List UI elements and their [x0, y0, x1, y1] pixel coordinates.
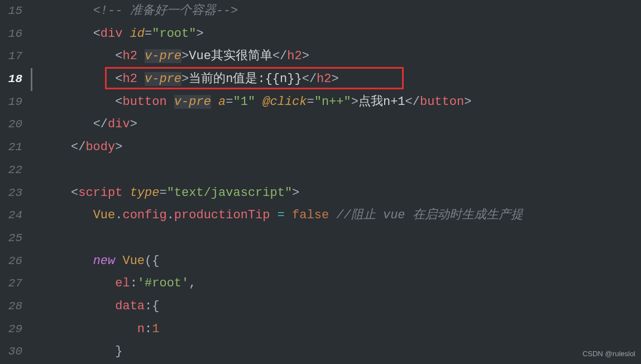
line-gutter: 15 16 17 18 19 20 21 22 23 24 25 26 27 2… — [0, 0, 31, 364]
line-number: 30 — [0, 341, 22, 363]
code-line[interactable]: <h2 v-pre>Vue其实很简单</h2> — [31, 45, 641, 68]
line-number: 26 — [0, 250, 22, 273]
line-number: 20 — [0, 113, 22, 136]
line-number: 28 — [0, 295, 22, 318]
line-number: 19 — [0, 91, 22, 114]
code-line[interactable]: el:'#root', — [31, 272, 641, 295]
line-number: 21 — [0, 136, 22, 159]
watermark: CSDN @ruleslol — [582, 347, 635, 361]
code-line[interactable]: Vue.config.productionTip = false //阻止 vu… — [31, 204, 641, 227]
code-area[interactable]: <!-- 准备好一个容器--> <div id="root"> <h2 v-pr… — [31, 0, 641, 364]
code-line[interactable]: <!-- 准备好一个容器--> — [31, 0, 641, 23]
code-editor[interactable]: 15 16 17 18 19 20 21 22 23 24 25 26 27 2… — [0, 0, 641, 364]
line-number: 22 — [0, 159, 22, 182]
code-line[interactable]: </div> — [31, 113, 641, 136]
code-line[interactable]: <div id="root"> — [31, 23, 641, 46]
code-line[interactable]: new Vue({ — [31, 250, 641, 273]
code-line[interactable]: <button v-pre a="1" @click="n++">点我n+1</… — [31, 91, 641, 114]
code-line[interactable] — [31, 227, 641, 250]
line-number: 27 — [0, 272, 22, 295]
line-number: 23 — [0, 182, 22, 205]
comment: <!-- 准备好一个容器--> — [93, 4, 238, 18]
line-number: 29 — [0, 318, 22, 341]
vpre-attr: v-pre — [145, 72, 181, 86]
vpre-attr: v-pre — [174, 95, 211, 109]
code-line[interactable]: } — [31, 341, 641, 363]
vpre-attr: v-pre — [145, 49, 181, 63]
line-number: 25 — [0, 227, 22, 250]
code-line[interactable]: </body> — [31, 136, 641, 159]
line-number: 17 — [0, 45, 22, 68]
code-line[interactable]: <script type="text/javascript"> — [31, 182, 641, 205]
code-line[interactable] — [31, 159, 641, 182]
line-number: 24 — [0, 204, 22, 227]
line-number: 15 — [0, 0, 22, 23]
code-line[interactable]: n:1 — [31, 318, 641, 341]
active-line-indicator — [31, 68, 32, 91]
code-line[interactable]: data:{ — [31, 295, 641, 318]
line-number: 16 — [0, 23, 22, 46]
line-number-current: 18 — [0, 68, 22, 91]
code-line-current[interactable]: <h2 v-pre>当前的n值是:{{n}}</h2> — [31, 68, 641, 91]
